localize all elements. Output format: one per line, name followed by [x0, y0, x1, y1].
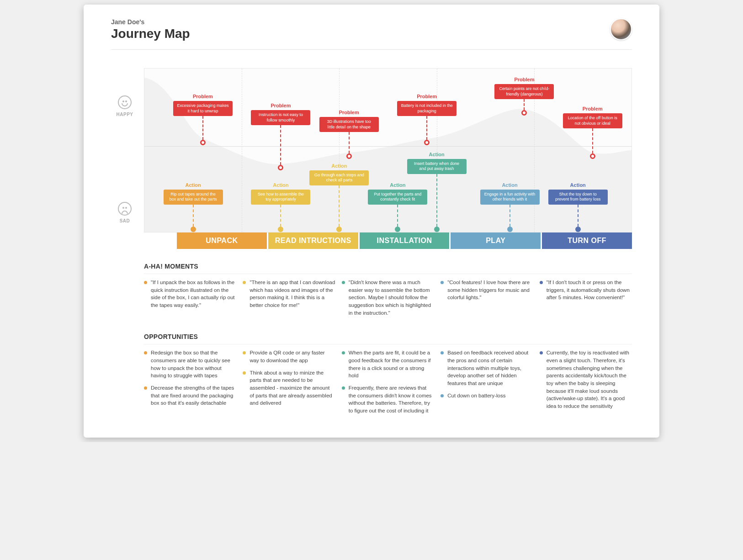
action-marker: ActionRip out tapes around the box and t…	[164, 182, 223, 232]
bullet-text: Decrease the strengths of the tapes that…	[151, 384, 236, 407]
problem-label: Problem	[173, 94, 233, 99]
bullet-dot-icon	[144, 281, 147, 284]
bullet-item: When the parts are fit, it could be a go…	[342, 349, 434, 380]
problem-marker: Problem3D illustrations have too little …	[319, 110, 379, 159]
happy-label: HAPPY	[111, 112, 138, 117]
problem-dot-icon	[521, 110, 527, 116]
bullet-dot-icon	[540, 351, 543, 354]
stage-installation: INSTALLATION	[360, 232, 450, 249]
mood-axis: HAPPY SAD	[111, 68, 144, 232]
problem-dot-icon	[424, 140, 430, 145]
stage-read-intructions: READ INTRUCTIONS	[268, 232, 358, 249]
action-dot-icon	[575, 227, 581, 232]
marker-stem	[280, 125, 281, 165]
bullet-dot-icon	[440, 394, 444, 397]
sad-label: SAD	[111, 218, 138, 223]
bullet-item: Redesign the box so that the consumers a…	[144, 349, 236, 380]
bullet-item: Provide a QR code or any faster way to d…	[243, 349, 335, 364]
aha-heading: A-HA! MOMENTS	[144, 263, 632, 270]
problem-label: Problem	[319, 110, 379, 115]
bullet-item: Think about a way to minize the parts th…	[243, 369, 335, 407]
bullet-dot-icon	[144, 386, 147, 390]
journey-chart: HAPPY SAD ProblemExcessive packaging mak…	[111, 68, 632, 251]
column: "If I don't touch it or press on the tri…	[540, 279, 632, 321]
opportunities-heading: OPPORTUNITIES	[144, 333, 632, 340]
actions-row: ActionRip out tapes around the box and t…	[144, 164, 632, 232]
column: "Cool features! I love how there are som…	[440, 279, 533, 321]
action-dot-icon	[191, 227, 196, 232]
stage-turn-off: TURN OFF	[542, 232, 632, 249]
stage-play: PLAY	[451, 232, 541, 249]
marker-stem	[397, 205, 398, 227]
bullet-item: "If I unpack the box as follows in the q…	[144, 279, 236, 309]
action-label: Action	[548, 182, 608, 188]
bullet-text: Cut down on battery-loss	[447, 392, 505, 400]
marker-stem	[578, 205, 578, 227]
action-dot-icon	[507, 227, 513, 232]
bullet-item: Decrease the strengths of the tapes that…	[144, 384, 236, 407]
action-marker: ActionInsert battery when done and put a…	[407, 152, 467, 232]
column: When the parts are fit, it could be a go…	[342, 349, 434, 419]
action-dot-icon	[278, 227, 283, 232]
owner-label: Jane Doe's	[111, 18, 190, 26]
bullet-text: "If I unpack the box as follows in the q…	[151, 279, 236, 309]
problem-label: Problem	[563, 106, 622, 111]
sad-icon	[118, 202, 132, 216]
bullet-text: Think about a way to minize the parts th…	[249, 369, 335, 407]
marker-stem	[202, 116, 203, 140]
bullet-text: Based on feedback received about the pro…	[447, 349, 533, 387]
marker-stem	[436, 174, 437, 227]
bullet-dot-icon	[243, 351, 246, 354]
action-text: Go through each steps and check all part…	[309, 170, 369, 185]
column: Based on feedback received about the pro…	[440, 349, 533, 419]
marker-stem	[524, 99, 525, 110]
bullet-item: Currently, the toy is reactivated with e…	[540, 349, 632, 410]
action-dot-icon	[434, 227, 440, 232]
bullet-item: "If I don't touch it or press on the tri…	[540, 279, 632, 301]
column: "If I unpack the box as follows in the q…	[144, 279, 236, 321]
bullet-text: "Cool features! I love how there are som…	[447, 279, 533, 301]
column: Provide a QR code or any faster way to d…	[243, 349, 335, 419]
problem-label: Problem	[494, 77, 554, 82]
column: "Didn't know there was a much easier way…	[342, 279, 434, 321]
action-label: Action	[407, 152, 467, 157]
marker-stem	[509, 205, 510, 227]
bullet-text: When the parts are fit, it could be a go…	[349, 349, 434, 380]
bullet-dot-icon	[342, 386, 345, 390]
problem-marker: ProblemLocation of the off button is not…	[563, 106, 622, 159]
problem-text: Certain points are not child-friendly (d…	[494, 84, 554, 99]
action-label: Action	[480, 182, 540, 188]
bullet-item: Frequently, there are reviews that the c…	[342, 384, 434, 415]
marker-stem	[193, 205, 194, 227]
bullet-item: Based on feedback received about the pro…	[440, 349, 533, 387]
problem-text: Excessive packaging makes it hard to unw…	[173, 101, 233, 116]
stages-row: UNPACKREAD INTRUCTIONSINSTALLATIONPLAYTU…	[177, 232, 632, 249]
problem-label: Problem	[251, 103, 310, 108]
journey-map-page: Jane Doe's Journey Map HAPPY SAD Problem…	[84, 5, 659, 438]
problem-dot-icon	[200, 140, 206, 145]
bullet-text: "There is an app that I can download whi…	[249, 279, 335, 309]
problem-marker: ProblemCertain points are not child-frie…	[494, 77, 554, 116]
opportunity-columns: Redesign the box so that the consumers a…	[144, 349, 632, 419]
problem-dot-icon	[590, 153, 595, 159]
bullet-dot-icon	[440, 281, 444, 284]
action-label: Action	[164, 182, 223, 188]
problem-marker: ProblemInstruction is not easy to follow…	[251, 103, 310, 170]
header: Jane Doe's Journey Map	[111, 18, 632, 50]
action-text: See how to assemble the toy appropriatel…	[251, 190, 310, 205]
divider	[144, 274, 632, 274]
marker-stem	[339, 185, 340, 227]
column: Redesign the box so that the consumers a…	[144, 349, 236, 419]
mood-happy: HAPPY	[111, 95, 138, 117]
bullet-item: Cut down on battery-loss	[440, 392, 533, 400]
bullet-text: Provide a QR code or any faster way to d…	[249, 349, 335, 364]
marker-stem	[426, 116, 427, 140]
midline	[144, 146, 632, 147]
problem-marker: ProblemExcessive packaging makes it hard…	[173, 94, 233, 145]
title-block: Jane Doe's Journey Map	[111, 18, 190, 41]
marker-stem	[592, 128, 593, 153]
problem-label: Problem	[397, 94, 456, 99]
bullet-dot-icon	[243, 371, 246, 375]
avatar[interactable]	[610, 18, 632, 40]
problem-text: Battery is not included in the packaging	[397, 101, 456, 116]
